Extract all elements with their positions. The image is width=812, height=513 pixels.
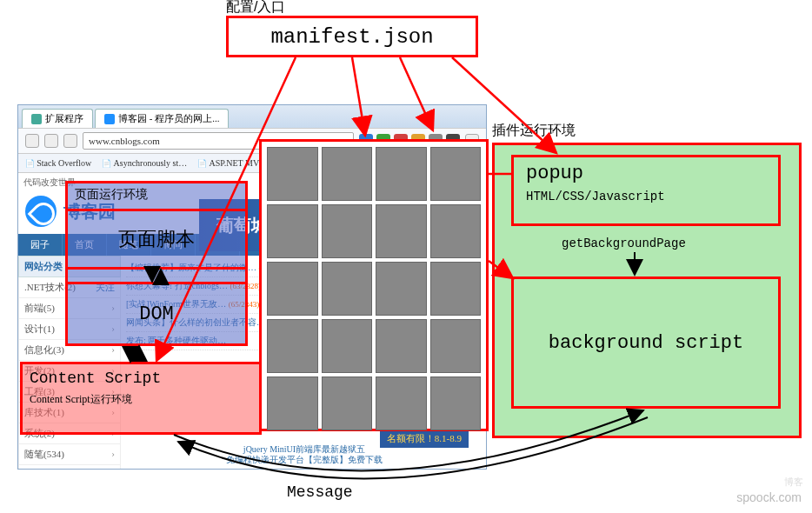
popup-title: popup [514, 157, 778, 190]
page-runtime-label: 页面运行环境 [68, 183, 245, 206]
watermark-2: 博客 [784, 476, 803, 489]
thumb[interactable] [322, 147, 373, 201]
browser-tab[interactable]: 扩展程序 [22, 109, 93, 128]
thumb[interactable] [376, 376, 427, 430]
popup-tech: HTML/CSS/Javascript [514, 190, 778, 203]
thumb[interactable] [430, 319, 482, 373]
thumb[interactable] [267, 376, 318, 430]
thumb[interactable] [376, 204, 427, 258]
content-script-box: Content Script Content Script运行环境 [20, 362, 262, 435]
tab-title: 扩展程序 [45, 112, 83, 125]
nav-tab[interactable]: 园子 [18, 234, 63, 256]
favicon-icon [31, 114, 42, 124]
sidebar-item[interactable]: 随笔(534)› [18, 444, 121, 465]
reload-button[interactable] [63, 134, 77, 148]
bookmark-item[interactable]: Asynchronously st… [102, 158, 187, 168]
url-text: www.cnblogs.com [89, 136, 160, 146]
thumb[interactable] [322, 319, 373, 373]
config-entry-label: 配置/入口 [226, 0, 285, 17]
content-script-title: Content Script [23, 364, 259, 392]
favicon-icon [104, 114, 115, 124]
page-script-text: 页面脚本 [118, 226, 195, 252]
back-button[interactable] [25, 134, 39, 148]
dom-box: DOM [65, 282, 248, 346]
thumb[interactable] [267, 147, 318, 201]
thumb[interactable] [430, 262, 482, 316]
browser-tab[interactable]: 博客园 - 程序员的网上... [95, 109, 229, 128]
thumb[interactable] [376, 319, 427, 373]
thumb[interactable] [376, 147, 427, 201]
thumb[interactable] [430, 147, 482, 201]
thumb[interactable] [430, 376, 482, 430]
message-label: Message [287, 483, 353, 501]
popup-thumbnail-grid [267, 147, 481, 430]
manifest-text: manifest.json [270, 25, 433, 49]
page-script-box: 页面脚本 [65, 209, 248, 270]
site-logo-icon [25, 196, 57, 227]
content-script-sub: Content Script运行环境 [23, 392, 259, 407]
footer-link-2[interactable]: 免编程快递开发平台【完整版】免费下载 [123, 451, 486, 469]
thumb[interactable] [267, 319, 318, 373]
dom-text: DOM [139, 303, 174, 325]
sidebar-item[interactable]: › [18, 465, 121, 469]
browser-tabbar: 扩展程序 博客园 - 程序员的网上... [18, 105, 486, 128]
watermark: spoock.com [736, 490, 802, 504]
background-script-text: background script [549, 332, 743, 354]
thumb[interactable] [322, 204, 373, 258]
thumb[interactable] [267, 262, 318, 316]
plugin-env-label: 插件运行环境 [492, 122, 576, 140]
forward-button[interactable] [44, 134, 58, 148]
thumb[interactable] [376, 262, 427, 316]
background-script-box: background script [511, 276, 781, 409]
thumb[interactable] [322, 376, 373, 430]
popup-label-box: popup HTML/CSS/Javascript [511, 155, 781, 226]
manifest-box: manifest.json [226, 16, 478, 57]
popup-panel [259, 139, 489, 431]
thumb[interactable] [322, 262, 373, 316]
bookmark-item[interactable]: Stack Overflow [25, 158, 91, 168]
thumb[interactable] [430, 204, 482, 258]
thumb[interactable] [267, 204, 318, 258]
tab-title: 博客园 - 程序员的网上... [118, 112, 219, 125]
get-background-page-label: getBackgroundPage [562, 237, 686, 250]
